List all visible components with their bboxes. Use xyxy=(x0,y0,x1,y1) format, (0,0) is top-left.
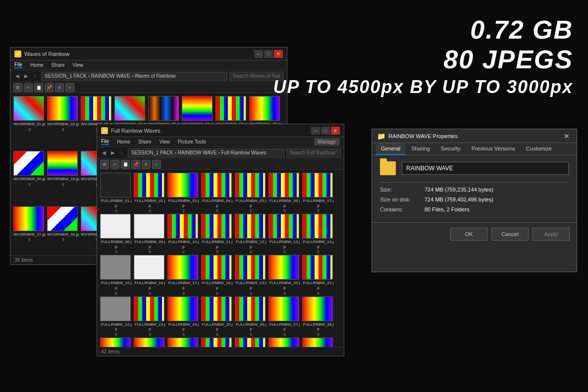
props-close-button[interactable]: ✕ xyxy=(562,131,572,141)
list-item[interactable]: FULLRNBW_17.jp g xyxy=(167,255,200,294)
file-name: FULLRNBW_23.jp xyxy=(134,322,166,332)
list-item[interactable]: FULLRNBW_04.jp g xyxy=(201,173,233,212)
list-item[interactable]: FULLRNBW_05.jp g xyxy=(235,173,267,212)
cancel-button[interactable]: Cancel xyxy=(491,228,529,241)
toolbar-icon-b[interactable]: ✂ xyxy=(110,160,119,169)
ribbon-tab-view[interactable]: View xyxy=(73,62,84,68)
props-tab-security[interactable]: Security xyxy=(436,143,466,155)
search-input-fullrainbow[interactable] xyxy=(286,148,341,157)
list-item[interactable]: FULLRNBW_20.jp g xyxy=(268,255,301,294)
list-item[interactable]: FULLRNBW_21.jp g xyxy=(302,255,334,294)
ribbon-tab-file-2[interactable]: File xyxy=(101,139,109,145)
up-button[interactable]: ↑ xyxy=(31,72,39,80)
list-item[interactable]: FULLRNBW_12.jp g xyxy=(235,214,267,253)
file-thumbnail xyxy=(235,214,266,239)
size-label: Size: xyxy=(380,187,425,193)
file-thumbnail xyxy=(302,214,333,239)
list-item[interactable]: FULLRNBW_14.jp g xyxy=(302,214,334,253)
list-item[interactable]: FULLRNBW_26.jp g xyxy=(235,296,267,336)
toolbar-icon-c[interactable]: 📋 xyxy=(121,160,130,169)
back-button-2[interactable]: ◀ xyxy=(100,149,108,157)
toolbar-icon-d[interactable]: 📌 xyxy=(131,160,140,169)
ribbon-tab-picture[interactable]: Picture Tools xyxy=(178,139,206,145)
ribbon-tab-home-2[interactable]: Home xyxy=(117,139,130,145)
toolbar-icon-2[interactable]: ✂ xyxy=(24,83,33,92)
toolbar-icon-1[interactable]: ⊞ xyxy=(13,83,22,92)
ribbon-tab-share[interactable]: Share xyxy=(52,62,65,68)
list-item[interactable]: WVSRNBW_10.jp g xyxy=(47,151,79,204)
ribbon-tab-view-2[interactable]: View xyxy=(160,139,170,145)
toolbar-icon-5[interactable]: ✕ xyxy=(55,83,64,92)
list-item[interactable]: FULLRNBW_15.jp g xyxy=(100,255,132,294)
list-item[interactable]: FULLRNBW_19.jp g xyxy=(235,255,267,294)
toolbar-icon-f[interactable]: ✓ xyxy=(152,160,161,169)
file-thumbnail xyxy=(47,151,78,176)
list-item[interactable]: WVSRNBW_09.jp g xyxy=(13,151,46,204)
list-item[interactable]: WVSRNBW_33.jp g xyxy=(47,206,79,260)
list-item[interactable]: FULLRNBW_07.jp g xyxy=(302,173,334,212)
contains-value: 80 Files, 2 Folders xyxy=(425,206,469,212)
list-item[interactable]: FULLRNBW_13.jp g xyxy=(268,214,301,253)
props-tab-sharing[interactable]: Sharing xyxy=(406,143,435,155)
folder-name-input[interactable] xyxy=(402,162,569,175)
toolbar-icon-6[interactable]: ✓ xyxy=(65,83,74,92)
file-thumbnail xyxy=(249,96,280,121)
file-name: FULLRNBW_17.jp xyxy=(167,281,200,290)
ribbon-tab-file[interactable]: File xyxy=(14,62,22,68)
list-item[interactable]: FULLRNBW_08.jp g xyxy=(100,214,132,253)
list-item[interactable]: WVSRNBW_01.jp g xyxy=(13,96,46,149)
list-item[interactable]: WVSRNBW_02.jp g xyxy=(47,96,79,149)
list-item[interactable]: FULLRNBW_02.jp g xyxy=(134,173,166,212)
file-name: FULLRNBW_27.jp xyxy=(268,322,301,332)
forward-button-2[interactable]: ▶ xyxy=(109,149,117,157)
file-size: g xyxy=(268,208,301,212)
file-size: g xyxy=(302,291,334,295)
maximize-button[interactable]: □ xyxy=(264,50,273,58)
toolbar-icon-e[interactable]: ✕ xyxy=(142,160,151,169)
minimize-button[interactable]: ─ xyxy=(254,50,263,58)
props-tabs: General Sharing Security Previous Versio… xyxy=(372,143,577,155)
list-item[interactable]: FULLRNBW_22.jp g xyxy=(100,296,132,336)
list-item[interactable]: FULLRNBW_18.jp g xyxy=(201,255,233,294)
apply-button[interactable]: Apply xyxy=(533,228,570,241)
close-button-2[interactable]: ✕ xyxy=(331,127,340,135)
toolbar-icon-a[interactable]: ⊞ xyxy=(100,160,109,169)
minimize-button-2[interactable]: ─ xyxy=(311,127,320,135)
path-text: SESSION_1 PACK › RAINBOW WAVE › Waves of… xyxy=(45,73,176,79)
back-button[interactable]: ◀ xyxy=(13,72,21,80)
list-item[interactable]: FULLRNBW_27.jp g xyxy=(268,296,301,336)
address-path-fullrainbow[interactable]: SESSION_1 PACK › RAINBOW WAVE › Full Rai… xyxy=(128,148,284,157)
ribbon-tab-home[interactable]: Home xyxy=(30,62,44,68)
ribbon-tab-share-2[interactable]: Share xyxy=(138,139,152,145)
list-item[interactable]: FULLRNBW_10.jp g xyxy=(167,214,200,253)
forward-button[interactable]: ▶ xyxy=(22,72,30,80)
toolbar-icon-4[interactable]: 📌 xyxy=(45,83,53,92)
file-thumbnail xyxy=(148,96,179,121)
maximize-button-2[interactable]: □ xyxy=(321,127,330,135)
list-item[interactable]: FULLRNBW_06.jp g xyxy=(268,173,301,212)
file-size: g xyxy=(13,127,46,131)
list-item[interactable]: FULLRNBW_25.jp g xyxy=(201,296,233,336)
file-grid-fullrainbow: FULLRNBW_01.jp g FULLRNBW_02.jp g FULLRN… xyxy=(97,170,344,354)
list-item[interactable]: WVSRNBW_27.jp g xyxy=(13,206,46,260)
list-item[interactable]: FULLRNBW_11.jp g xyxy=(201,214,233,253)
list-item[interactable]: FULLRNBW_09.jp g xyxy=(134,214,166,253)
file-name: FULLRNBW_10.jp xyxy=(167,240,200,249)
file-name: FULLRNBW_19.jp xyxy=(235,281,267,290)
list-item[interactable]: FULLRNBW_24.jp g xyxy=(167,296,200,336)
list-item[interactable]: FULLRNBW_03.jp g xyxy=(167,173,200,212)
contains-label: Contains: xyxy=(380,206,425,212)
props-tab-customize[interactable]: Customize xyxy=(521,143,557,155)
up-button-2[interactable]: ↑ xyxy=(118,149,126,157)
list-item[interactable]: FULLRNBW_16.jp g xyxy=(134,255,166,294)
props-tab-general[interactable]: General xyxy=(376,143,405,155)
list-item[interactable]: FULLRNBW_28.jp g xyxy=(302,296,334,336)
list-item[interactable]: FULLRNBW_23.jp g xyxy=(134,296,166,336)
props-tab-prevversions[interactable]: Previous Versions xyxy=(467,143,520,155)
toolbar-icon-3[interactable]: 📋 xyxy=(34,83,43,92)
address-path-waves[interactable]: SESSION_1 PACK › RAINBOW WAVE › Waves of… xyxy=(41,72,227,81)
list-item[interactable]: FULLRNBW_01.jp g xyxy=(100,173,132,212)
props-divider-1 xyxy=(380,182,569,183)
file-name: FULLRNBW_11.jp xyxy=(201,240,233,249)
ok-button[interactable]: OK xyxy=(450,228,487,241)
